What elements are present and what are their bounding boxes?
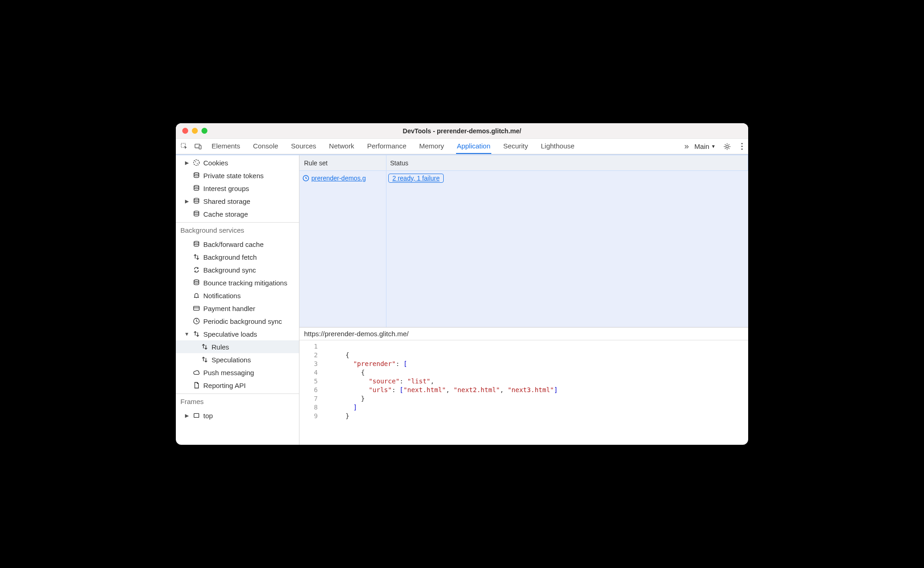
sidebar-item-label: Private state tokens xyxy=(203,172,264,180)
sidebar-item-background-sync[interactable]: Background sync xyxy=(176,263,299,276)
sidebar-item-label: Speculations xyxy=(212,356,251,364)
sidebar-item-bounce-tracking-mitigations[interactable]: Bounce tracking mitigations xyxy=(176,276,299,289)
sidebar-item-label: Bounce tracking mitigations xyxy=(203,279,287,287)
tab-application[interactable]: Application xyxy=(456,139,491,154)
sidebar-item-rules[interactable]: Rules xyxy=(176,340,299,353)
tab-security[interactable]: Security xyxy=(502,139,529,154)
rules-grid-header: Rule set Status xyxy=(299,155,748,171)
arrows-icon xyxy=(192,330,201,338)
disclosure-icon: ▶ xyxy=(184,198,190,204)
sidebar-item-back-forward-cache[interactable]: Back/forward cache xyxy=(176,238,299,251)
sidebar-item-label: Cookies xyxy=(203,159,228,167)
arrows-icon xyxy=(201,343,209,351)
tab-console[interactable]: Console xyxy=(252,139,279,154)
sidebar-item-push-messaging[interactable]: Push messaging xyxy=(176,366,299,379)
gear-icon[interactable] xyxy=(721,141,733,153)
disclosure-icon: ▶ xyxy=(184,413,190,419)
status-link[interactable]: 2 ready, 1 failure xyxy=(388,174,444,183)
sidebar-item-periodic-background-sync[interactable]: Periodic background sync xyxy=(176,315,299,328)
traffic-lights xyxy=(182,128,207,134)
kebab-icon[interactable] xyxy=(739,143,745,150)
sidebar-item-cache-storage[interactable]: Cache storage xyxy=(176,208,299,220)
clock-icon xyxy=(302,175,310,182)
disclosure-icon: ▼ xyxy=(184,331,190,337)
sidebar-item-shared-storage[interactable]: ▶Shared storage xyxy=(176,195,299,208)
section-background-services: Background services xyxy=(176,222,299,237)
ruleset-link[interactable]: prerender-demos.g xyxy=(311,175,366,182)
sidebar-item-label: Payment handler xyxy=(203,305,255,312)
code-viewer: 123456789 { "prerender": [ { "source": "… xyxy=(299,340,748,445)
more-tabs-icon[interactable]: » xyxy=(685,142,689,151)
bg-tree: Back/forward cacheBackground fetchBackgr… xyxy=(176,237,299,392)
doc-icon xyxy=(192,381,201,389)
sidebar-item-top[interactable]: ▶top xyxy=(176,409,299,422)
svg-point-3 xyxy=(726,145,728,147)
panel-tabs: Elements Console Sources Network Perform… xyxy=(211,139,576,154)
col-header-status[interactable]: Status xyxy=(386,155,748,170)
main-content: Rule set Status prerender-demos.g xyxy=(299,155,748,445)
sidebar-item-interest-groups[interactable]: Interest groups xyxy=(176,182,299,195)
tab-performance[interactable]: Performance xyxy=(366,139,408,154)
rules-grid-body: prerender-demos.g 2 ready, 1 failure xyxy=(299,171,748,328)
sidebar-item-label: Periodic background sync xyxy=(203,317,282,325)
sidebar-item-label: Speculative loads xyxy=(203,330,257,338)
sidebar-item-label: Background sync xyxy=(203,266,256,274)
card-icon xyxy=(192,304,201,312)
chevron-down-icon: ▼ xyxy=(711,144,716,149)
sidebar-item-payment-handler[interactable]: Payment handler xyxy=(176,302,299,315)
frame-icon xyxy=(192,411,201,420)
target-dropdown[interactable]: Main ▼ xyxy=(695,142,716,150)
sidebar-item-notifications[interactable]: Notifications xyxy=(176,289,299,302)
sync-icon xyxy=(192,266,201,274)
application-sidebar: ▶CookiesPrivate state tokensInterest gro… xyxy=(176,155,299,445)
close-icon[interactable] xyxy=(182,128,188,134)
device-icon[interactable] xyxy=(192,141,204,153)
maximize-icon[interactable] xyxy=(201,128,207,134)
window-title: DevTools - prerender-demos.glitch.me/ xyxy=(176,127,748,135)
sidebar-item-label: Reporting API xyxy=(203,382,246,389)
ruleset-row[interactable]: prerender-demos.g xyxy=(302,172,383,185)
frames-tree: ▶top xyxy=(176,408,299,422)
db-icon xyxy=(192,184,201,192)
db-icon xyxy=(192,279,201,287)
source-url: https://prerender-demos.glitch.me/ xyxy=(299,328,748,340)
tab-elements[interactable]: Elements xyxy=(211,139,241,154)
sidebar-item-private-state-tokens[interactable]: Private state tokens xyxy=(176,169,299,182)
sidebar-item-label: Rules xyxy=(212,343,229,351)
tab-memory[interactable]: Memory xyxy=(419,139,445,154)
tab-lighthouse[interactable]: Lighthouse xyxy=(540,139,575,154)
minimize-icon[interactable] xyxy=(192,128,198,134)
cloud-icon xyxy=(192,368,201,377)
tab-network[interactable]: Network xyxy=(328,139,355,154)
storage-tree: ▶CookiesPrivate state tokensInterest gro… xyxy=(176,155,299,220)
inspect-icon[interactable] xyxy=(179,141,190,153)
sidebar-item-reporting-api[interactable]: Reporting API xyxy=(176,379,299,392)
db-icon xyxy=(192,240,201,248)
sidebar-item-label: Cache storage xyxy=(203,210,248,218)
tab-sources[interactable]: Sources xyxy=(290,139,317,154)
arrows-icon xyxy=(192,253,201,261)
sidebar-item-label: top xyxy=(203,412,213,420)
sidebar-item-label: Notifications xyxy=(203,292,241,300)
section-frames: Frames xyxy=(176,393,299,408)
sidebar-item-cookies[interactable]: ▶Cookies xyxy=(176,156,299,169)
sidebar-item-background-fetch[interactable]: Background fetch xyxy=(176,251,299,263)
db-icon xyxy=(192,171,201,180)
db-icon xyxy=(192,210,201,218)
sidebar-item-label: Shared storage xyxy=(203,197,250,205)
db-icon xyxy=(192,197,201,205)
bell-icon xyxy=(192,291,201,300)
sidebar-item-label: Interest groups xyxy=(203,185,249,192)
sidebar-item-speculative-loads[interactable]: ▼Speculative loads xyxy=(176,328,299,340)
disclosure-icon: ▶ xyxy=(184,160,190,166)
panel-body: ▶CookiesPrivate state tokensInterest gro… xyxy=(176,154,748,445)
sidebar-item-label: Back/forward cache xyxy=(203,240,264,248)
line-gutter: 123456789 xyxy=(299,342,322,445)
col-header-ruleset[interactable]: Rule set xyxy=(299,155,386,170)
titlebar: DevTools - prerender-demos.glitch.me/ xyxy=(176,123,748,139)
cookie-icon xyxy=(192,158,201,167)
arrows-icon xyxy=(201,355,209,364)
code-body: { "prerender": [ { "source": "list", "ur… xyxy=(322,342,748,445)
sidebar-item-speculations[interactable]: Speculations xyxy=(176,353,299,366)
sidebar-item-label: Push messaging xyxy=(203,369,254,377)
